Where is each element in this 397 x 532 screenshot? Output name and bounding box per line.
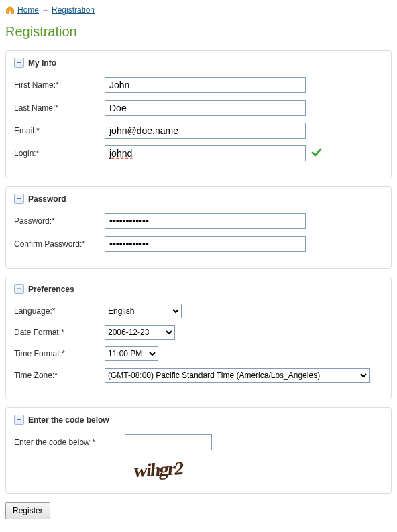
time-format-select[interactable]: 11:00 PM [105, 346, 158, 361]
captcha-input[interactable] [125, 434, 212, 450]
breadcrumb-arrow-icon: → [42, 6, 49, 14]
breadcrumb-registration-link[interactable]: Registration [52, 5, 95, 15]
collapse-icon[interactable]: − [14, 58, 24, 68]
timezone-label: Time Zone:* [14, 371, 105, 380]
collapse-icon[interactable]: − [14, 194, 24, 204]
last-name-label: Last Name:* [14, 103, 105, 113]
confirm-password-label: Confirm Password:* [14, 239, 105, 249]
timezone-select[interactable]: (GMT-08:00) Pacific Standard Time (Ameri… [105, 368, 370, 383]
password-input[interactable] [105, 213, 306, 229]
collapse-icon[interactable]: − [14, 284, 24, 294]
first-name-label: First Name:* [14, 80, 105, 90]
captcha-text: wihgr2 [133, 458, 184, 482]
language-label: Language:* [14, 306, 105, 316]
section-preferences: − Preferences Language:* English Date Fo… [5, 277, 392, 399]
check-icon [311, 147, 322, 160]
email-input[interactable] [105, 123, 306, 139]
breadcrumb: Home → Registration [5, 5, 392, 15]
language-select[interactable]: English [105, 304, 182, 318]
login-input[interactable] [105, 145, 306, 161]
section-captcha: − Enter the code below Enter the code be… [5, 407, 392, 494]
confirm-password-input[interactable] [105, 236, 306, 252]
captcha-image: wihgr2 [115, 456, 202, 484]
section-title-myinfo: My Info [28, 58, 56, 68]
date-format-select[interactable]: 2006-12-23 [105, 325, 175, 340]
breadcrumb-home-link[interactable]: Home [17, 5, 39, 15]
first-name-input[interactable] [105, 77, 306, 93]
section-title-captcha: Enter the code below [28, 415, 109, 425]
register-button[interactable]: Register [5, 502, 50, 519]
page-title: Registration [5, 24, 392, 40]
time-format-label: Time Format:* [14, 349, 105, 358]
section-title-password: Password [28, 194, 66, 204]
section-password: − Password Password:* Confirm Password:* [5, 186, 392, 269]
section-title-preferences: Preferences [28, 285, 74, 294]
collapse-icon[interactable]: − [14, 415, 24, 425]
section-myinfo: − My Info First Name:* Last Name:* Email… [5, 50, 392, 178]
captcha-label: Enter the code below:* [14, 438, 125, 447]
login-label: Login:* [14, 149, 105, 158]
email-label: Email:* [14, 126, 105, 135]
home-icon [5, 5, 15, 15]
last-name-input[interactable] [105, 100, 306, 116]
date-format-label: Date Format:* [14, 328, 105, 337]
password-label: Password:* [14, 216, 105, 226]
